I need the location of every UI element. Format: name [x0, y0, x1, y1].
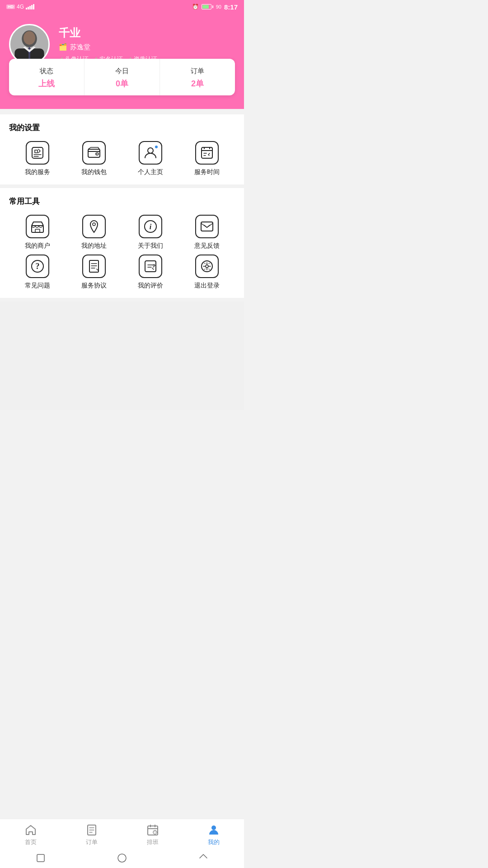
- service-agreement-icon: [87, 259, 101, 274]
- logout-icon: [200, 259, 214, 274]
- faq-icon-box: ?: [26, 255, 49, 278]
- stat-status-label: 状态: [14, 67, 80, 75]
- my-review-icon-box: [139, 255, 162, 278]
- service-agreement-icon-box: [82, 255, 106, 278]
- feedback-item[interactable]: 意见反馈: [178, 215, 235, 250]
- about-us-icon: i: [143, 219, 158, 234]
- my-merchant-label: 我的商户: [25, 242, 50, 250]
- svg-text:i: i: [149, 223, 151, 231]
- svg-point-24: [206, 265, 208, 268]
- svg-point-15: [93, 223, 95, 226]
- my-merchant-item[interactable]: 我的商户: [9, 215, 66, 250]
- stats-card: 状态 上线 今日 0单 订单 2单: [9, 59, 235, 95]
- feedback-label: 意见反馈: [194, 242, 220, 250]
- feedback-icon: [200, 219, 214, 234]
- stat-orders-label: 订单: [164, 67, 230, 75]
- status-right: ⏰ 90 8:17: [192, 3, 238, 11]
- svg-point-11: [148, 148, 153, 153]
- logout-item[interactable]: 退出登录: [178, 255, 235, 290]
- notification-dot: [154, 145, 159, 149]
- profile-name: 千业: [59, 26, 235, 40]
- hd-badge: HD: [6, 5, 15, 9]
- service-time-label: 服务时间: [194, 168, 220, 176]
- stat-status: 状态 上线: [9, 59, 84, 95]
- my-service-icon-box: [26, 141, 49, 165]
- store-name: 苏逸堂: [70, 43, 90, 52]
- stat-orders-value: 2单: [164, 78, 230, 89]
- my-review-label: 我的评价: [138, 282, 163, 290]
- common-tools-section: 常用工具 我的商户 我的地址: [0, 188, 244, 298]
- svg-rect-14: [35, 229, 40, 232]
- store-icon: 🗂️: [59, 43, 67, 51]
- stat-status-value: 上线: [14, 78, 80, 89]
- profile-store: 🗂️ 苏逸堂: [59, 43, 235, 52]
- svg-rect-4: [28, 47, 30, 59]
- svg-rect-18: [201, 222, 213, 231]
- my-merchant-icon-box: [26, 215, 49, 238]
- service-time-item[interactable]: 服务时间: [178, 141, 235, 176]
- common-tools-grid: 我的商户 我的地址 i 关于我们: [9, 215, 235, 290]
- faq-item[interactable]: ? 常见问题: [9, 255, 66, 290]
- my-wallet-icon-box: [82, 141, 106, 165]
- my-service-icon: [30, 146, 45, 160]
- about-us-icon-box: i: [139, 215, 162, 238]
- my-service-item[interactable]: 我的服务: [9, 141, 66, 176]
- logout-icon-box: [195, 255, 219, 278]
- my-wallet-label: 我的钱包: [81, 168, 107, 176]
- svg-rect-12: [202, 147, 212, 158]
- stat-today: 今日 0单: [84, 59, 160, 95]
- my-wallet-icon: [87, 146, 101, 160]
- my-service-label: 我的服务: [25, 168, 50, 176]
- my-review-icon: [143, 259, 158, 274]
- battery-icon: [202, 4, 213, 9]
- status-bar: HD 4G ⏰ 90 8:17: [0, 0, 244, 14]
- status-left: HD 4G: [6, 4, 34, 10]
- about-us-item[interactable]: i 关于我们: [122, 215, 178, 250]
- my-merchant-icon: [30, 219, 45, 234]
- service-time-icon-box: [195, 141, 219, 165]
- personal-page-label: 个人主页: [138, 168, 163, 176]
- personal-page-icon-box: [139, 141, 162, 165]
- service-agreement-label: 服务协议: [81, 282, 107, 290]
- about-us-label: 关于我们: [138, 242, 163, 250]
- my-settings-grid: 我的服务 我的钱包: [9, 141, 235, 176]
- logout-label: 退出登录: [194, 282, 220, 290]
- my-address-label: 我的地址: [81, 242, 107, 250]
- service-time-icon: [200, 146, 214, 160]
- my-address-icon-box: [82, 215, 106, 238]
- svg-rect-21: [89, 260, 99, 272]
- faq-label: 常见问题: [25, 282, 50, 290]
- profile-header-area: 千业 🗂️ 苏逸堂 ✓ 头像认证 ✓ 实名认证 ✓ 资质认证: [0, 14, 244, 109]
- my-address-icon: [87, 219, 101, 234]
- network-indicator: 4G: [17, 4, 24, 10]
- feedback-icon-box: [195, 215, 219, 238]
- common-tools-title: 常用工具: [9, 196, 235, 207]
- stat-today-value: 0单: [89, 78, 155, 89]
- svg-point-6: [23, 31, 35, 45]
- battery-level: 90: [216, 4, 221, 9]
- svg-text:?: ?: [35, 262, 39, 271]
- signal-bars: [26, 4, 34, 9]
- alarm-icon: ⏰: [192, 4, 199, 10]
- stat-today-label: 今日: [89, 67, 155, 75]
- personal-page-item[interactable]: 个人主页: [122, 141, 178, 176]
- my-address-item[interactable]: 我的地址: [66, 215, 122, 250]
- faq-icon: ?: [30, 259, 45, 274]
- clock-time: 8:17: [224, 3, 238, 11]
- empty-area: [0, 302, 244, 410]
- my-wallet-item[interactable]: 我的钱包: [66, 141, 122, 176]
- my-settings-title: 我的设置: [9, 123, 235, 133]
- profile-info: 千业 🗂️ 苏逸堂 ✓ 头像认证 ✓ 实名认证 ✓ 资质认证: [59, 26, 235, 63]
- svg-point-10: [96, 154, 97, 155]
- service-agreement-item[interactable]: 服务协议: [66, 255, 122, 290]
- my-review-item[interactable]: 我的评价: [122, 255, 178, 290]
- stat-orders: 订单 2单: [160, 59, 235, 95]
- my-settings-section: 我的设置 我的服务: [0, 114, 244, 184]
